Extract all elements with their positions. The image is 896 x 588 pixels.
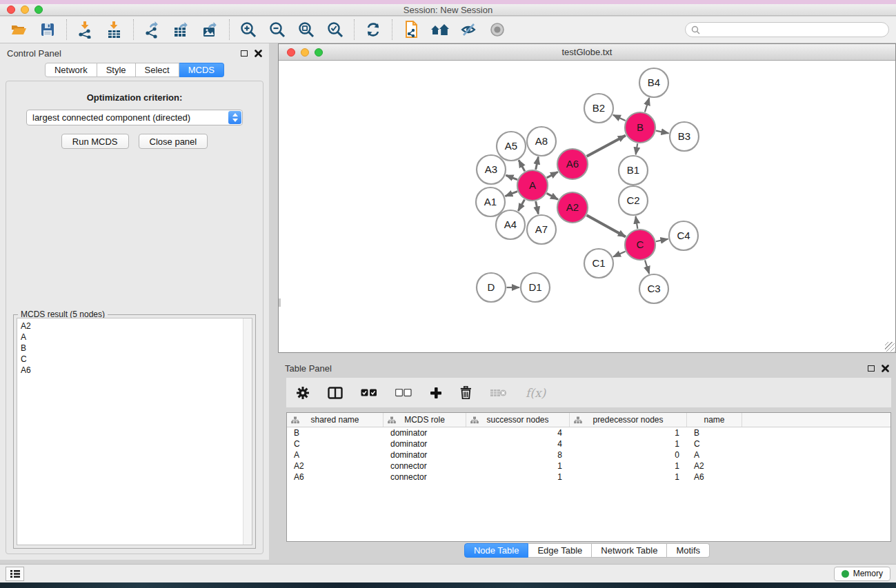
column-header-MCDS-role[interactable]: MCDS role: [384, 413, 466, 427]
network-from-selection-button[interactable]: [399, 19, 423, 41]
search-input[interactable]: [704, 25, 883, 34]
close-panel-button[interactable]: Close panel: [139, 134, 208, 149]
column-header-shared-name[interactable]: shared name: [287, 413, 384, 427]
show-columns-button[interactable]: [328, 387, 343, 399]
criterion-dropdown[interactable]: largest connected component (directed): [26, 110, 243, 125]
column-header-successor-nodes[interactable]: successor nodes: [466, 413, 570, 427]
graph-edge-B-B3[interactable]: [656, 131, 668, 134]
graph-edge-A-A5[interactable]: [519, 160, 525, 171]
graph-node-C1[interactable]: C1: [584, 249, 613, 278]
import-network-button[interactable]: [74, 19, 97, 41]
zoom-in-button[interactable]: [237, 19, 260, 41]
graph-edge-A2-C[interactable]: [587, 215, 626, 236]
graph-edge-C-C1[interactable]: [613, 252, 626, 257]
tab-motifs[interactable]: Motifs: [667, 543, 710, 558]
table-row[interactable]: Bdominator41B: [287, 427, 890, 438]
graph-node-C2[interactable]: C2: [619, 186, 648, 215]
graph-edge-A-A7[interactable]: [536, 201, 539, 214]
graph-edge-A6-B[interactable]: [587, 135, 626, 156]
memory-button[interactable]: Memory: [834, 567, 890, 581]
tab-style[interactable]: Style: [97, 63, 136, 77]
table-row[interactable]: Cdominator41C: [287, 438, 890, 449]
hide-graphics-details-button[interactable]: [457, 19, 481, 41]
graph-node-B3[interactable]: B3: [670, 122, 699, 151]
graph-node-C4[interactable]: C4: [669, 221, 698, 250]
graph-edge-A-A3[interactable]: [506, 175, 517, 179]
zoom-fit-button[interactable]: [295, 19, 318, 41]
graph-node-B[interactable]: B: [625, 112, 655, 143]
close-table-panel-icon[interactable]: [882, 365, 889, 372]
add-row-button[interactable]: [430, 387, 442, 399]
tab-mcds[interactable]: MCDS: [179, 63, 224, 77]
refresh-button[interactable]: [361, 19, 385, 41]
tab-edge-table[interactable]: Edge Table: [528, 543, 592, 558]
graph-node-C[interactable]: C: [625, 230, 655, 260]
graph-node-B4[interactable]: B4: [639, 68, 668, 97]
graph-edge-C-C2[interactable]: [636, 216, 638, 229]
delete-table-button[interactable]: [490, 388, 508, 398]
graph-edge-A-A6[interactable]: [547, 172, 558, 178]
mcds-result-item[interactable]: A2: [21, 321, 239, 332]
graph-edge-A-A1[interactable]: [505, 192, 517, 196]
import-table-button[interactable]: [103, 19, 126, 41]
float-panel-icon[interactable]: [241, 50, 248, 57]
delete-row-button[interactable]: [460, 386, 472, 399]
open-session-button[interactable]: [7, 19, 30, 41]
network-canvas[interactable]: B4B2BB3A5A8A6B1A3AC2A1A2A4A7C4CC1DD1C3: [279, 61, 895, 352]
home-layout-button[interactable]: [428, 19, 452, 41]
graph-node-B1[interactable]: B1: [619, 156, 648, 185]
zoom-selected-button[interactable]: [323, 19, 347, 41]
graph-edge-B-B1[interactable]: [636, 143, 638, 154]
table-row[interactable]: A6connector11A6: [287, 472, 890, 483]
column-header-name[interactable]: name: [687, 413, 742, 427]
graph-node-A5[interactable]: A5: [497, 132, 526, 161]
mcds-result-item[interactable]: B: [21, 343, 239, 354]
graph-node-D1[interactable]: D1: [521, 273, 550, 302]
graph-edge-A-A4[interactable]: [518, 199, 524, 210]
export-table-button[interactable]: [170, 19, 193, 41]
graph-node-A3[interactable]: A3: [477, 155, 506, 184]
tab-node-table[interactable]: Node Table: [464, 543, 529, 558]
mcds-result-item[interactable]: C: [21, 354, 239, 365]
export-image-button[interactable]: [199, 19, 222, 41]
graph-edge-A-A8[interactable]: [536, 157, 539, 170]
graph-edge-B-B2[interactable]: [613, 115, 626, 121]
float-table-panel-icon[interactable]: [868, 365, 875, 372]
graph-edge-C-C3[interactable]: [645, 260, 649, 274]
tab-network-table[interactable]: Network Table: [592, 543, 667, 558]
graph-node-A2[interactable]: A2: [557, 192, 588, 223]
close-panel-icon[interactable]: [255, 50, 262, 57]
graph-node-A6[interactable]: A6: [557, 149, 588, 179]
column-header-predecessor-nodes[interactable]: predecessor nodes: [570, 413, 687, 427]
graph-node-A1[interactable]: A1: [476, 187, 505, 216]
graph-node-A7[interactable]: A7: [527, 215, 556, 244]
unselect-all-columns-button[interactable]: [395, 389, 412, 397]
run-mcds-button[interactable]: Run MCDS: [61, 134, 129, 149]
task-history-button[interactable]: [6, 567, 24, 581]
function-builder-button[interactable]: f(x): [526, 386, 546, 400]
graph-node-A8[interactable]: A8: [527, 127, 556, 156]
mcds-result-item[interactable]: A6: [21, 365, 239, 376]
graph-edge-A-A2[interactable]: [547, 193, 558, 199]
graph-node-C3[interactable]: C3: [639, 274, 668, 303]
tab-network[interactable]: Network: [45, 63, 97, 77]
graph-edge-B-B4[interactable]: [645, 98, 649, 112]
export-network-button[interactable]: [141, 19, 164, 41]
zoom-out-button[interactable]: [266, 19, 289, 41]
network-window-titlebar[interactable]: testGlobe.txt: [279, 44, 895, 61]
table-row[interactable]: Adominator80A: [287, 449, 890, 460]
save-session-button[interactable]: [36, 19, 59, 41]
table-settings-button[interactable]: [296, 386, 310, 400]
result-scrollbar[interactable]: [243, 318, 252, 545]
graph-node-D[interactable]: D: [477, 273, 506, 302]
birds-eye-view-button[interactable]: [486, 19, 510, 41]
graph-node-A[interactable]: A: [517, 170, 548, 201]
tab-select[interactable]: Select: [136, 63, 179, 77]
graph-node-B2[interactable]: B2: [584, 94, 613, 123]
window-resize-grip[interactable]: [885, 342, 895, 352]
graph-edge-C-C4[interactable]: [656, 239, 668, 242]
mcds-result-item[interactable]: A: [21, 332, 239, 343]
select-all-columns-button[interactable]: [361, 389, 377, 397]
graph-node-A4[interactable]: A4: [496, 210, 525, 239]
table-row[interactable]: A2connector11A2: [287, 460, 890, 472]
